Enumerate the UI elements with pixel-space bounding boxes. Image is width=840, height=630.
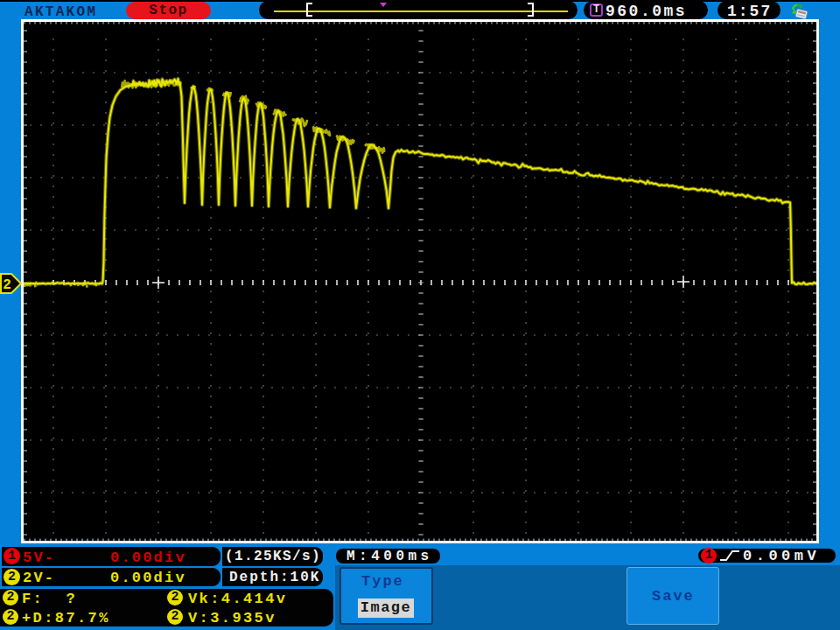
svg-text:2: 2	[3, 277, 11, 293]
